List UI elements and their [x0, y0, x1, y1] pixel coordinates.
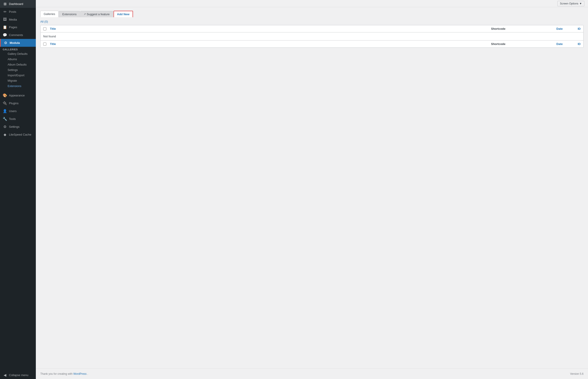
plugins-icon: 🔌	[3, 101, 7, 105]
sidebar-item-label: Comments	[9, 33, 23, 37]
sidebar-item-label: Dashboard	[9, 2, 23, 6]
sidebar-item-dashboard[interactable]: ⊞ Dashboard	[0, 0, 36, 8]
tab-galleries[interactable]: Galleries	[40, 11, 58, 17]
users-icon: 👤	[3, 109, 7, 113]
submenu-item-settings[interactable]: Settings	[0, 67, 36, 73]
tools-icon: 🔧	[3, 117, 7, 121]
sidebar-item-label: LiteSpeed Cache	[9, 133, 31, 136]
sidebar-item-posts[interactable]: ✏ Posts	[0, 8, 36, 16]
content-area: Galleries Extensions ↗ Suggest a feature…	[36, 7, 588, 368]
filter-all-count: (0)	[44, 20, 48, 23]
footer-column-title[interactable]: Title	[50, 42, 491, 46]
tabs-bar: Galleries Extensions ↗ Suggest a feature…	[40, 11, 584, 17]
tab-suggest-feature[interactable]: ↗ Suggest a feature	[80, 11, 113, 17]
select-all-checkbox[interactable]	[43, 27, 46, 31]
footer-thank-you-text: Thank you for creating with	[40, 372, 73, 375]
table-footer-row: Title Shortcode Date ID	[41, 41, 583, 47]
sidebar-item-appearance[interactable]: 🎨 Appearance	[0, 92, 36, 99]
sidebar-item-label: Media	[9, 18, 17, 21]
litespeed-icon: ◆	[3, 132, 7, 137]
column-header-id[interactable]: ID	[563, 27, 581, 31]
sidebar-item-label: Plugins	[9, 102, 18, 105]
galleries-table: Title Shortcode Date ID Not found Title …	[40, 25, 584, 48]
modula-submenu: Galleries Gallery Defaults Albums Album …	[0, 47, 36, 90]
table-header-row: Title Shortcode Date ID	[41, 25, 583, 32]
screen-options-label: Screen Options	[560, 2, 578, 5]
external-link-icon: ↗	[84, 13, 86, 16]
page-footer: Thank you for creating with WordPress . …	[36, 368, 588, 379]
sidebar-collapse-btn[interactable]: ◀ Collapse menu	[0, 370, 36, 379]
appearance-icon: 🎨	[3, 93, 7, 97]
not-found-message: Not found	[41, 32, 583, 41]
tab-galleries-label: Galleries	[44, 12, 55, 16]
screen-options-button[interactable]: Screen Options ▼	[557, 1, 584, 6]
sidebar-item-label: Appearance	[9, 94, 25, 97]
submenu-item-migrate[interactable]: Migrate	[0, 78, 36, 83]
comments-icon: 💬	[3, 33, 7, 37]
sidebar-item-label: Settings	[9, 125, 19, 128]
filter-all-link[interactable]: All (0)	[40, 20, 48, 23]
sidebar-item-media[interactable]: 🖼 Media	[0, 16, 36, 23]
submenu-item-extensions[interactable]: Extensions	[0, 83, 36, 89]
tab-add-new-label: Add New	[117, 13, 130, 16]
sidebar-item-label: Users	[9, 110, 16, 113]
tab-extensions[interactable]: Extensions	[59, 11, 80, 17]
screen-options-arrow: ▼	[579, 2, 582, 5]
footer-version: Version 5.6	[570, 372, 584, 375]
filter-bar: All (0)	[40, 20, 584, 23]
settings-icon: ⚙	[3, 125, 7, 129]
footer-checkbox-cell	[43, 42, 50, 46]
sidebar-item-settings[interactable]: ⚙ Settings	[0, 123, 36, 131]
sidebar: ⊞ Dashboard ✏ Posts 🖼 Media 📋 Pages 💬 Co…	[0, 0, 36, 379]
header-checkbox-cell	[43, 27, 50, 31]
submenu-item-albums[interactable]: Albums	[0, 57, 36, 62]
sidebar-item-modula[interactable]: ⚙ Modula	[0, 39, 36, 47]
sidebar-item-tools[interactable]: 🔧 Tools	[0, 115, 36, 123]
footer-column-id[interactable]: ID	[563, 42, 581, 46]
pages-icon: 📋	[3, 25, 7, 29]
collapse-icon: ◀	[3, 373, 7, 377]
sidebar-item-label: Tools	[9, 117, 16, 121]
main-content: Screen Options ▼ Galleries Extensions ↗ …	[36, 0, 588, 379]
media-icon: 🖼	[3, 17, 7, 21]
posts-icon: ✏	[3, 10, 7, 14]
tab-extensions-label: Extensions	[62, 13, 77, 16]
footer-column-shortcode: Shortcode	[491, 42, 536, 46]
sidebar-item-label: Pages	[9, 26, 17, 29]
sidebar-item-label: Posts	[9, 10, 16, 14]
sidebar-item-plugins[interactable]: 🔌 Plugins	[0, 99, 36, 107]
sidebar-item-comments[interactable]: 💬 Comments	[0, 31, 36, 39]
topbar: Screen Options ▼	[36, 0, 588, 7]
tab-add-new[interactable]: Add New	[114, 11, 133, 17]
footer-wordpress-link[interactable]: WordPress	[73, 372, 87, 375]
footer-column-date[interactable]: Date	[536, 42, 563, 46]
submenu-item-import-export[interactable]: Import/Export	[0, 73, 36, 78]
submenu-item-album-defaults[interactable]: Album Defaults	[0, 62, 36, 67]
submenu-item-gallery-defaults[interactable]: Gallery Defaults	[0, 51, 36, 57]
column-header-shortcode: Shortcode	[491, 27, 536, 31]
footer-credit: Thank you for creating with WordPress .	[40, 372, 88, 375]
dashboard-icon: ⊞	[3, 2, 7, 6]
modula-icon: ⚙	[3, 41, 8, 45]
footer-select-all-checkbox[interactable]	[43, 43, 46, 46]
filter-all-label: All	[40, 20, 43, 23]
column-header-title[interactable]: Title	[50, 27, 491, 31]
submenu-section-galleries: Galleries	[0, 47, 36, 51]
sidebar-item-label: Modula	[10, 41, 20, 45]
sidebar-item-users[interactable]: 👤 Users	[0, 107, 36, 115]
sidebar-item-litespeed[interactable]: ◆ LiteSpeed Cache	[0, 131, 36, 139]
sidebar-item-pages[interactable]: 📋 Pages	[0, 23, 36, 31]
collapse-label: Collapse menu	[9, 373, 28, 377]
column-header-date[interactable]: Date	[536, 27, 563, 31]
tab-suggest-label: Suggest a feature	[87, 13, 110, 16]
